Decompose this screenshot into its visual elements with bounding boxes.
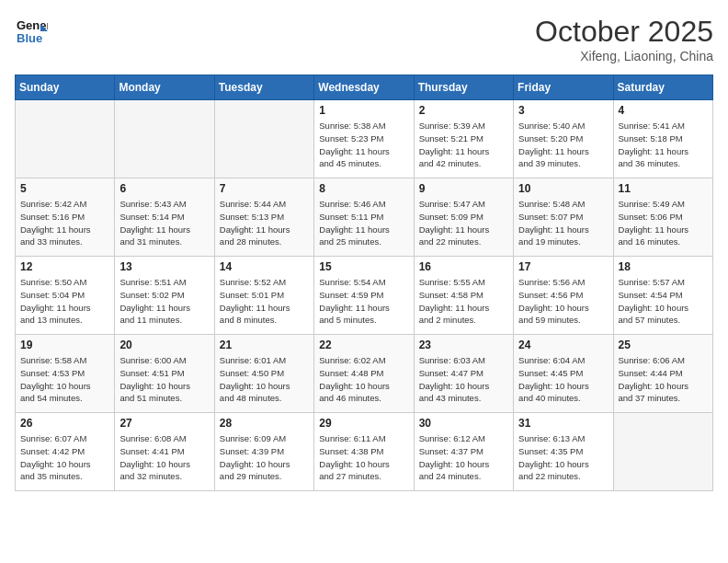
calendar-cell: 11Sunrise: 5:49 AMSunset: 5:06 PMDayligh…: [613, 178, 712, 257]
calendar-cell: 17Sunrise: 5:56 AMSunset: 4:56 PMDayligh…: [514, 257, 613, 335]
day-info: Sunrise: 5:49 AMSunset: 5:06 PMDaylight:…: [619, 198, 708, 248]
calendar-cell: 12Sunrise: 5:50 AMSunset: 5:04 PMDayligh…: [16, 257, 115, 335]
day-info: Sunrise: 5:58 AMSunset: 4:53 PMDaylight:…: [20, 354, 109, 405]
day-number: 10: [518, 182, 608, 195]
month-title: October 2025: [535, 15, 713, 49]
calendar-cell: 1Sunrise: 5:38 AMSunset: 5:23 PMDaylight…: [314, 100, 414, 178]
weekday-header-wednesday: Wednesday: [314, 75, 414, 100]
day-info: Sunrise: 6:07 AMSunset: 4:42 PMDaylight:…: [20, 432, 109, 483]
day-info: Sunrise: 6:00 AMSunset: 4:51 PMDaylight:…: [119, 354, 209, 405]
calendar-cell: 25Sunrise: 6:06 AMSunset: 4:44 PMDayligh…: [613, 335, 712, 413]
logo-icon: General Blue: [15, 15, 48, 48]
day-info: Sunrise: 5:47 AMSunset: 5:09 PMDaylight:…: [419, 198, 508, 248]
calendar-week-5: 26Sunrise: 6:07 AMSunset: 4:42 PMDayligh…: [16, 413, 713, 491]
svg-text:Blue: Blue: [17, 31, 42, 45]
day-info: Sunrise: 6:02 AMSunset: 4:48 PMDaylight:…: [319, 354, 408, 405]
calendar-cell: 21Sunrise: 6:01 AMSunset: 4:50 PMDayligh…: [214, 335, 313, 413]
day-number: 22: [319, 339, 408, 351]
day-number: 8: [319, 182, 408, 195]
weekday-header-friday: Friday: [514, 75, 613, 100]
day-number: 21: [220, 339, 309, 351]
calendar-week-4: 19Sunrise: 5:58 AMSunset: 4:53 PMDayligh…: [16, 335, 713, 413]
day-number: 18: [619, 260, 708, 273]
logo: General Blue: [15, 15, 48, 48]
day-info: Sunrise: 5:41 AMSunset: 5:18 PMDaylight:…: [619, 120, 708, 170]
day-number: 4: [619, 104, 708, 117]
day-info: Sunrise: 6:11 AMSunset: 4:38 PMDaylight:…: [319, 432, 408, 483]
day-number: 13: [119, 260, 209, 273]
calendar-cell: 6Sunrise: 5:43 AMSunset: 5:14 PMDaylight…: [115, 178, 214, 257]
calendar-cell: 28Sunrise: 6:09 AMSunset: 4:39 PMDayligh…: [214, 413, 313, 491]
day-info: Sunrise: 6:08 AMSunset: 4:41 PMDaylight:…: [119, 432, 209, 483]
day-info: Sunrise: 5:44 AMSunset: 5:13 PMDaylight:…: [220, 198, 309, 248]
calendar-cell: 7Sunrise: 5:44 AMSunset: 5:13 PMDaylight…: [214, 178, 313, 257]
day-info: Sunrise: 5:46 AMSunset: 5:11 PMDaylight:…: [319, 198, 408, 248]
calendar-table: SundayMondayTuesdayWednesdayThursdayFrid…: [15, 75, 713, 491]
calendar-cell: [613, 413, 712, 491]
title-block: October 2025 Xifeng, Liaoning, China: [535, 15, 713, 63]
calendar-cell: [16, 100, 115, 178]
calendar-cell: 3Sunrise: 5:40 AMSunset: 5:20 PMDaylight…: [514, 100, 613, 178]
day-info: Sunrise: 5:39 AMSunset: 5:21 PMDaylight:…: [419, 120, 508, 170]
day-info: Sunrise: 5:55 AMSunset: 4:58 PMDaylight:…: [419, 276, 508, 327]
calendar-cell: 2Sunrise: 5:39 AMSunset: 5:21 PMDaylight…: [414, 100, 513, 178]
day-number: 16: [419, 260, 508, 273]
day-number: 29: [319, 417, 408, 430]
calendar-cell: 16Sunrise: 5:55 AMSunset: 4:58 PMDayligh…: [414, 257, 513, 335]
day-info: Sunrise: 6:01 AMSunset: 4:50 PMDaylight:…: [220, 354, 309, 405]
calendar-cell: 18Sunrise: 5:57 AMSunset: 4:54 PMDayligh…: [613, 257, 712, 335]
weekday-header-saturday: Saturday: [613, 75, 712, 100]
day-number: 14: [220, 260, 309, 273]
day-info: Sunrise: 5:48 AMSunset: 5:07 PMDaylight:…: [518, 198, 608, 248]
day-number: 17: [518, 260, 608, 273]
calendar-cell: [214, 100, 313, 178]
calendar-cell: 26Sunrise: 6:07 AMSunset: 4:42 PMDayligh…: [16, 413, 115, 491]
day-info: Sunrise: 5:43 AMSunset: 5:14 PMDaylight:…: [119, 198, 209, 248]
day-info: Sunrise: 6:03 AMSunset: 4:47 PMDaylight:…: [419, 354, 508, 405]
day-info: Sunrise: 5:42 AMSunset: 5:16 PMDaylight:…: [20, 198, 109, 248]
day-number: 19: [20, 339, 109, 351]
day-info: Sunrise: 6:06 AMSunset: 4:44 PMDaylight:…: [619, 354, 708, 405]
day-number: 24: [518, 339, 608, 351]
day-number: 25: [619, 339, 708, 351]
calendar-cell: 29Sunrise: 6:11 AMSunset: 4:38 PMDayligh…: [314, 413, 414, 491]
calendar-cell: 13Sunrise: 5:51 AMSunset: 5:02 PMDayligh…: [115, 257, 214, 335]
day-info: Sunrise: 5:50 AMSunset: 5:04 PMDaylight:…: [20, 276, 109, 327]
day-number: 20: [119, 339, 209, 351]
calendar-week-1: 1Sunrise: 5:38 AMSunset: 5:23 PMDaylight…: [16, 100, 713, 178]
calendar-cell: 15Sunrise: 5:54 AMSunset: 4:59 PMDayligh…: [314, 257, 414, 335]
calendar-cell: 10Sunrise: 5:48 AMSunset: 5:07 PMDayligh…: [514, 178, 613, 257]
calendar-cell: 27Sunrise: 6:08 AMSunset: 4:41 PMDayligh…: [115, 413, 214, 491]
location: Xifeng, Liaoning, China: [535, 49, 713, 63]
day-number: 27: [119, 417, 209, 430]
day-info: Sunrise: 6:04 AMSunset: 4:45 PMDaylight:…: [518, 354, 608, 405]
day-number: 31: [518, 417, 608, 430]
day-number: 6: [119, 182, 209, 195]
calendar-cell: 19Sunrise: 5:58 AMSunset: 4:53 PMDayligh…: [16, 335, 115, 413]
calendar-cell: 30Sunrise: 6:12 AMSunset: 4:37 PMDayligh…: [414, 413, 513, 491]
day-info: Sunrise: 6:09 AMSunset: 4:39 PMDaylight:…: [220, 432, 309, 483]
day-number: 9: [419, 182, 508, 195]
day-number: 7: [220, 182, 309, 195]
day-info: Sunrise: 6:12 AMSunset: 4:37 PMDaylight:…: [419, 432, 508, 483]
day-info: Sunrise: 5:57 AMSunset: 4:54 PMDaylight:…: [619, 276, 708, 327]
calendar-cell: 20Sunrise: 6:00 AMSunset: 4:51 PMDayligh…: [115, 335, 214, 413]
day-number: 30: [419, 417, 508, 430]
day-info: Sunrise: 5:51 AMSunset: 5:02 PMDaylight:…: [119, 276, 209, 327]
calendar-cell: 14Sunrise: 5:52 AMSunset: 5:01 PMDayligh…: [214, 257, 313, 335]
day-number: 2: [419, 104, 508, 117]
day-number: 5: [20, 182, 109, 195]
calendar-cell: 22Sunrise: 6:02 AMSunset: 4:48 PMDayligh…: [314, 335, 414, 413]
calendar-cell: 31Sunrise: 6:13 AMSunset: 4:35 PMDayligh…: [514, 413, 613, 491]
weekday-header-thursday: Thursday: [414, 75, 513, 100]
weekday-header-tuesday: Tuesday: [214, 75, 313, 100]
calendar-cell: 8Sunrise: 5:46 AMSunset: 5:11 PMDaylight…: [314, 178, 414, 257]
day-number: 26: [20, 417, 109, 430]
day-number: 11: [619, 182, 708, 195]
calendar-cell: 5Sunrise: 5:42 AMSunset: 5:16 PMDaylight…: [16, 178, 115, 257]
calendar-week-2: 5Sunrise: 5:42 AMSunset: 5:16 PMDaylight…: [16, 178, 713, 257]
day-number: 28: [220, 417, 309, 430]
day-info: Sunrise: 6:13 AMSunset: 4:35 PMDaylight:…: [518, 432, 608, 483]
calendar-cell: 24Sunrise: 6:04 AMSunset: 4:45 PMDayligh…: [514, 335, 613, 413]
day-number: 1: [319, 104, 408, 117]
